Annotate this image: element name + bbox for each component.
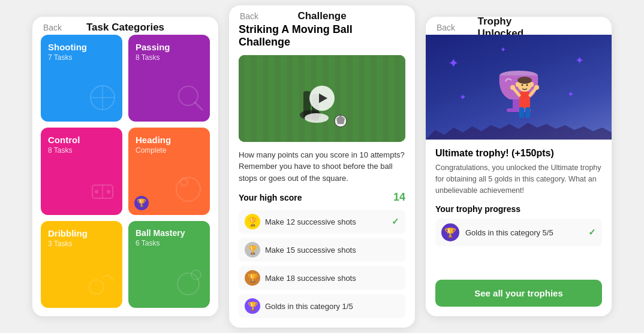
trophy-svg: [477, 46, 561, 129]
category-passing[interactable]: Passing 8 Tasks: [128, 35, 210, 122]
score-icon-bronze: 🏆: [245, 270, 260, 286]
high-score-value: 14: [393, 191, 405, 204]
svg-point-7: [95, 190, 98, 193]
score-item-label-2: Make 18 successive shots: [265, 274, 399, 283]
category-dribbling[interactable]: Dribbling 3 Tasks: [41, 221, 122, 308]
passing-tasks: 8 Tasks: [136, 53, 203, 62]
dribbling-tasks: 3 Tasks: [48, 240, 115, 248]
video-thumbnail[interactable]: [239, 55, 405, 142]
svg-point-36: [534, 85, 539, 90]
score-check-0: ✓: [392, 216, 399, 227]
trophy-progress-item: 🏆 Golds in this category 5/5 ✓: [435, 219, 602, 246]
challenge-title: Striking A Moving Ball Challenge: [239, 23, 405, 49]
sparkle-3: ✦: [575, 54, 584, 67]
svg-point-8: [107, 190, 110, 193]
high-score-row: Your high score 14: [239, 191, 405, 204]
panel3-header: Back Trophy Unlocked: [426, 17, 612, 35]
mastery-tasks: 6 Tasks: [136, 239, 203, 247]
panel2-header: Back Challenge: [229, 5, 415, 23]
trophy-title: Ultimate trophy! (+150pts): [435, 148, 602, 159]
challenge-description: How many points can you score in 10 atte…: [239, 149, 405, 184]
score-items-list: 🏆 Make 12 successive shots ✓ 🏆 Make 15 s…: [239, 210, 405, 318]
high-score-label: Your high score: [239, 193, 302, 202]
category-control[interactable]: Control 8 Tasks: [41, 128, 122, 214]
score-item-label-0: Make 12 successive shots: [265, 217, 387, 226]
svg-point-12: [177, 273, 199, 295]
trophy-figure: [477, 46, 561, 129]
score-item-label-1: Make 15 successive shots: [265, 246, 399, 255]
categories-grid: Shooting 7 Tasks Passing 8 Tasks: [32, 35, 218, 316]
category-shooting[interactable]: Shooting 7 Tasks: [41, 35, 122, 122]
passing-name: Passing: [136, 42, 203, 52]
svg-rect-38: [525, 107, 530, 118]
control-icon: [88, 176, 118, 211]
score-item-3: 🏆 Golds in this category 1/5: [239, 294, 405, 318]
score-icon-silver: 🏆: [245, 242, 260, 258]
panel1-back-button[interactable]: Back: [43, 23, 62, 32]
panel2-back-button[interactable]: Back: [240, 11, 258, 21]
heading-tasks: Complete: [136, 146, 203, 155]
category-mastery[interactable]: Ball Mastery 6 Tasks: [128, 221, 210, 308]
panels-container: Back Task Categories Shooting 7 Tasks Pa…: [20, 0, 624, 333]
control-name: Control: [48, 135, 115, 145]
see-trophies-button[interactable]: See all your trophies: [435, 280, 602, 307]
panel1-title: Task Categories: [86, 22, 164, 34]
dribbling-icon: [85, 266, 118, 304]
svg-rect-32: [519, 92, 530, 108]
svg-point-27: [517, 77, 532, 84]
svg-point-28: [522, 84, 523, 86]
sparkle-4: ✦: [567, 89, 574, 99]
trophy-progress-check: ✓: [588, 227, 596, 238]
control-tasks: 8 Tasks: [48, 146, 115, 155]
trophy-progress-icon: 🏆: [441, 223, 459, 241]
mastery-icon: [172, 266, 205, 304]
sparkle-1: ✦: [448, 56, 459, 71]
passing-icon: [175, 83, 205, 118]
svg-point-9: [176, 177, 200, 201]
score-icon-purple: 🏆: [245, 298, 260, 314]
svg-point-13: [191, 270, 201, 280]
dribbling-name: Dribbling: [48, 228, 115, 238]
score-item-label-3: Golds in this category 1/5: [265, 302, 399, 311]
heading-name: Heading: [136, 135, 203, 145]
shooting-tasks: 7 Tasks: [48, 53, 115, 62]
mastery-name: Ball Mastery: [136, 228, 203, 238]
trophy-progress-title: Your trophy progress: [435, 204, 602, 214]
panel1-header: Back Task Categories: [32, 17, 218, 35]
heading-trophy-badge: 🏆: [134, 196, 149, 210]
category-heading[interactable]: Heading Complete 🏆: [128, 128, 210, 214]
task-categories-panel: Back Task Categories Shooting 7 Tasks Pa…: [32, 17, 218, 316]
score-item-0: 🏆 Make 12 successive shots ✓: [239, 210, 405, 234]
score-icon-gold: 🏆: [245, 214, 260, 229]
trophy-hero-banner: ✦ ✦ ✦ ✦ ✦: [426, 35, 612, 140]
svg-point-10: [180, 178, 188, 186]
trophy-body: Ultimate trophy! (+150pts) Congratulatio…: [426, 140, 612, 316]
trophy-panel: Back Trophy Unlocked ✦ ✦ ✦ ✦ ✦: [426, 17, 612, 316]
svg-line-4: [195, 102, 202, 110]
challenge-panel: Back Challenge Striking A Moving Ball Ch…: [229, 5, 415, 328]
svg-point-30: [516, 82, 519, 87]
trophy-progress-label: Golds in this category 5/5: [465, 228, 582, 237]
trophy-description: Congratulations, you unlocked the Ultima…: [435, 162, 602, 196]
heading-icon: [172, 173, 205, 211]
panel3-back-button[interactable]: Back: [437, 23, 455, 32]
shooting-name: Shooting: [48, 42, 115, 52]
svg-point-11: [89, 280, 104, 294]
panel2-title: Challenge: [297, 10, 346, 22]
svg-point-35: [510, 85, 515, 90]
shooting-icon: [88, 83, 118, 118]
challenge-body: Striking A Moving Ball Challenge: [229, 23, 415, 328]
svg-point-29: [526, 84, 528, 86]
sparkle-2: ✦: [459, 92, 467, 102]
svg-rect-37: [519, 107, 524, 118]
svg-point-31: [530, 82, 534, 87]
svg-point-21: [305, 113, 329, 123]
score-item-2: 🏆 Make 18 successive shots: [239, 266, 405, 290]
score-item-1: 🏆 Make 15 successive shots: [239, 238, 405, 262]
